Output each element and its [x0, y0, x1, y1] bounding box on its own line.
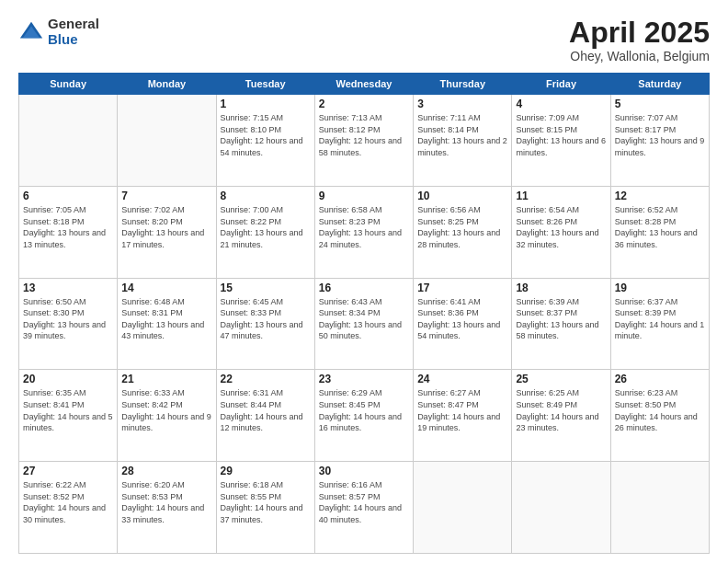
col-friday: Friday: [512, 74, 610, 95]
day-number: 9: [319, 190, 409, 202]
day-info: Sunrise: 7:13 AM Sunset: 8:12 PM Dayligh…: [319, 112, 409, 158]
day-number: 26: [615, 373, 705, 385]
calendar-header-row: Sunday Monday Tuesday Wednesday Thursday…: [19, 74, 710, 95]
day-info: Sunrise: 6:39 AM Sunset: 8:37 PM Dayligh…: [516, 296, 606, 342]
day-info: Sunrise: 6:23 AM Sunset: 8:50 PM Dayligh…: [615, 387, 705, 433]
table-row: 16Sunrise: 6:43 AM Sunset: 8:34 PM Dayli…: [314, 278, 413, 370]
day-info: Sunrise: 6:29 AM Sunset: 8:45 PM Dayligh…: [319, 387, 409, 433]
table-row: 4Sunrise: 7:09 AM Sunset: 8:15 PM Daylig…: [512, 95, 610, 187]
table-row: 30Sunrise: 6:16 AM Sunset: 8:57 PM Dayli…: [314, 462, 413, 554]
day-info: Sunrise: 7:02 AM Sunset: 8:20 PM Dayligh…: [121, 204, 211, 250]
day-info: Sunrise: 6:20 AM Sunset: 8:53 PM Dayligh…: [121, 479, 211, 525]
day-number: 2: [319, 98, 409, 110]
col-tuesday: Tuesday: [216, 74, 314, 95]
table-row: [512, 462, 610, 554]
day-number: 19: [615, 282, 705, 294]
table-row: 25Sunrise: 6:25 AM Sunset: 8:49 PM Dayli…: [512, 370, 610, 462]
day-info: Sunrise: 7:09 AM Sunset: 8:15 PM Dayligh…: [516, 112, 606, 158]
title-block: April 2025 Ohey, Wallonia, Belgium: [569, 17, 710, 63]
day-info: Sunrise: 6:50 AM Sunset: 8:30 PM Dayligh…: [23, 296, 113, 342]
table-row: 23Sunrise: 6:29 AM Sunset: 8:45 PM Dayli…: [314, 370, 413, 462]
day-number: 22: [221, 373, 311, 385]
day-info: Sunrise: 7:15 AM Sunset: 8:10 PM Dayligh…: [221, 112, 311, 158]
table-row: 7Sunrise: 7:02 AM Sunset: 8:20 PM Daylig…: [118, 186, 216, 278]
day-info: Sunrise: 6:45 AM Sunset: 8:33 PM Dayligh…: [221, 296, 311, 342]
table-row: 20Sunrise: 6:35 AM Sunset: 8:41 PM Dayli…: [19, 370, 118, 462]
title-location: Ohey, Wallonia, Belgium: [569, 49, 710, 63]
day-info: Sunrise: 7:00 AM Sunset: 8:22 PM Dayligh…: [221, 204, 311, 250]
table-row: 13Sunrise: 6:50 AM Sunset: 8:30 PM Dayli…: [19, 278, 118, 370]
day-number: 21: [121, 373, 211, 385]
day-number: 16: [319, 282, 409, 294]
day-number: 23: [319, 373, 409, 385]
col-thursday: Thursday: [414, 74, 512, 95]
day-info: Sunrise: 6:18 AM Sunset: 8:55 PM Dayligh…: [221, 479, 311, 525]
day-info: Sunrise: 6:25 AM Sunset: 8:49 PM Dayligh…: [516, 387, 606, 433]
table-row: 21Sunrise: 6:33 AM Sunset: 8:42 PM Dayli…: [118, 370, 216, 462]
table-row: 9Sunrise: 6:58 AM Sunset: 8:23 PM Daylig…: [314, 186, 413, 278]
calendar-week-4: 20Sunrise: 6:35 AM Sunset: 8:41 PM Dayli…: [19, 370, 710, 462]
logo-icon: [18, 19, 44, 45]
table-row: [610, 462, 709, 554]
table-row: 15Sunrise: 6:45 AM Sunset: 8:33 PM Dayli…: [216, 278, 314, 370]
col-sunday: Sunday: [19, 74, 118, 95]
day-number: 11: [516, 190, 606, 202]
day-number: 18: [516, 282, 606, 294]
day-info: Sunrise: 6:52 AM Sunset: 8:28 PM Dayligh…: [615, 204, 705, 250]
calendar-week-3: 13Sunrise: 6:50 AM Sunset: 8:30 PM Dayli…: [19, 278, 710, 370]
title-month: April 2025: [569, 17, 710, 49]
table-row: 17Sunrise: 6:41 AM Sunset: 8:36 PM Dayli…: [414, 278, 512, 370]
table-row: [118, 95, 216, 187]
day-info: Sunrise: 6:58 AM Sunset: 8:23 PM Dayligh…: [319, 204, 409, 250]
table-row: 3Sunrise: 7:11 AM Sunset: 8:14 PM Daylig…: [414, 95, 512, 187]
day-number: 12: [615, 190, 705, 202]
page: General Blue April 2025 Ohey, Wallonia, …: [0, 0, 728, 563]
day-number: 1: [221, 98, 311, 110]
day-info: Sunrise: 6:22 AM Sunset: 8:52 PM Dayligh…: [23, 479, 113, 525]
day-number: 24: [417, 373, 507, 385]
col-wednesday: Wednesday: [314, 74, 413, 95]
day-info: Sunrise: 6:31 AM Sunset: 8:44 PM Dayligh…: [221, 387, 311, 433]
table-row: 11Sunrise: 6:54 AM Sunset: 8:26 PM Dayli…: [512, 186, 610, 278]
table-row: 1Sunrise: 7:15 AM Sunset: 8:10 PM Daylig…: [216, 95, 314, 187]
day-info: Sunrise: 6:37 AM Sunset: 8:39 PM Dayligh…: [615, 296, 705, 342]
calendar-week-1: 1Sunrise: 7:15 AM Sunset: 8:10 PM Daylig…: [19, 95, 710, 187]
day-number: 20: [23, 373, 113, 385]
day-info: Sunrise: 7:11 AM Sunset: 8:14 PM Dayligh…: [417, 112, 507, 158]
logo-blue-label: Blue: [48, 32, 99, 48]
calendar-table: Sunday Monday Tuesday Wednesday Thursday…: [18, 73, 710, 554]
logo-general-label: General: [48, 17, 99, 32]
day-number: 30: [319, 465, 409, 477]
day-info: Sunrise: 6:33 AM Sunset: 8:42 PM Dayligh…: [121, 387, 211, 433]
day-info: Sunrise: 6:27 AM Sunset: 8:47 PM Dayligh…: [417, 387, 507, 433]
table-row: [19, 95, 118, 187]
table-row: 24Sunrise: 6:27 AM Sunset: 8:47 PM Dayli…: [414, 370, 512, 462]
day-info: Sunrise: 7:05 AM Sunset: 8:18 PM Dayligh…: [23, 204, 113, 250]
day-info: Sunrise: 7:07 AM Sunset: 8:17 PM Dayligh…: [615, 112, 705, 158]
day-number: 13: [23, 282, 113, 294]
table-row: 8Sunrise: 7:00 AM Sunset: 8:22 PM Daylig…: [216, 186, 314, 278]
day-number: 25: [516, 373, 606, 385]
calendar-week-5: 27Sunrise: 6:22 AM Sunset: 8:52 PM Dayli…: [19, 462, 710, 554]
day-number: 7: [121, 190, 211, 202]
day-number: 3: [417, 98, 507, 110]
table-row: 12Sunrise: 6:52 AM Sunset: 8:28 PM Dayli…: [610, 186, 709, 278]
col-saturday: Saturday: [610, 74, 709, 95]
table-row: 29Sunrise: 6:18 AM Sunset: 8:55 PM Dayli…: [216, 462, 314, 554]
day-info: Sunrise: 6:54 AM Sunset: 8:26 PM Dayligh…: [516, 204, 606, 250]
table-row: 28Sunrise: 6:20 AM Sunset: 8:53 PM Dayli…: [118, 462, 216, 554]
day-info: Sunrise: 6:41 AM Sunset: 8:36 PM Dayligh…: [417, 296, 507, 342]
table-row: 6Sunrise: 7:05 AM Sunset: 8:18 PM Daylig…: [19, 186, 118, 278]
logo-text: General Blue: [48, 17, 99, 47]
day-number: 6: [23, 190, 113, 202]
day-number: 29: [221, 465, 311, 477]
day-info: Sunrise: 6:56 AM Sunset: 8:25 PM Dayligh…: [417, 204, 507, 250]
table-row: 26Sunrise: 6:23 AM Sunset: 8:50 PM Dayli…: [610, 370, 709, 462]
day-number: 27: [23, 465, 113, 477]
col-monday: Monday: [118, 74, 216, 95]
logo: General Blue: [18, 17, 99, 47]
day-number: 28: [121, 465, 211, 477]
day-number: 5: [615, 98, 705, 110]
table-row: 22Sunrise: 6:31 AM Sunset: 8:44 PM Dayli…: [216, 370, 314, 462]
table-row: 18Sunrise: 6:39 AM Sunset: 8:37 PM Dayli…: [512, 278, 610, 370]
